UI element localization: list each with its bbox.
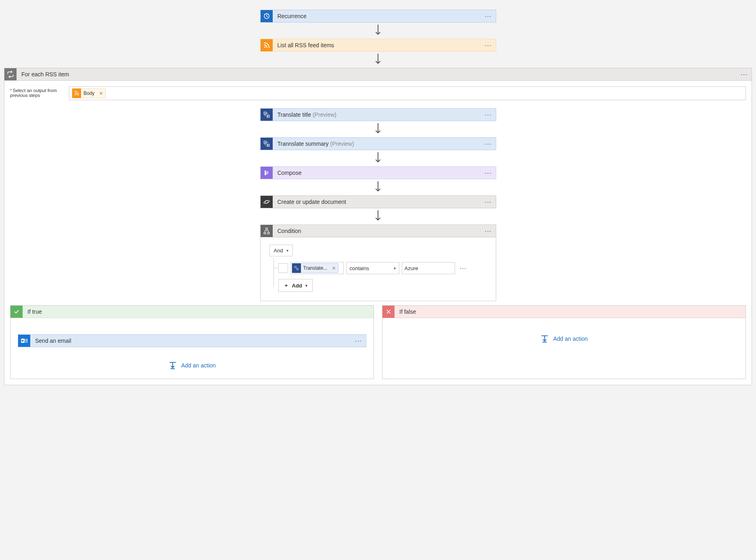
condition-branches: If true Send an email ··· [10, 305, 746, 379]
branch-true: If true Send an email ··· [10, 305, 374, 379]
condition-block: Condition ··· And ▾ [260, 224, 496, 301]
loop-icon [4, 68, 17, 80]
more-menu-icon[interactable]: ··· [481, 196, 496, 208]
rule-operator-text: contains [350, 265, 369, 271]
add-rule-button[interactable]: ＋ Add ▾ [278, 279, 313, 292]
tree-rail [269, 262, 278, 274]
step-translate-summary[interactable]: aあ Trannslate summary (Preview) ··· [260, 137, 496, 150]
more-menu-icon[interactable]: ··· [737, 68, 752, 80]
rule-row: Translate... ✕ contains ▾ [278, 262, 470, 274]
rule-row-wrap: Translate... ✕ contains ▾ [269, 262, 487, 274]
chevron-down-icon: ▾ [394, 266, 396, 271]
more-menu-icon[interactable]: ··· [481, 225, 496, 237]
step-title: Translate title (Preview) [273, 111, 481, 118]
more-menu-icon[interactable]: ··· [457, 265, 470, 271]
rule-checkbox[interactable] [278, 263, 288, 273]
step-title-text: Trannslate summary [278, 141, 329, 147]
svg-rect-18 [297, 268, 298, 270]
more-menu-icon[interactable]: ··· [481, 39, 496, 51]
output-label-text: Select an output from previous steps [10, 88, 57, 98]
step-title: Recurrence [273, 13, 481, 19]
svg-rect-20 [24, 339, 27, 342]
step-title: Send an email [30, 338, 351, 344]
token-text: Translate... [303, 265, 330, 271]
foreach-output-row: *Select an output from previous steps Bo… [10, 86, 746, 100]
step-title: List all RSS feed items [273, 42, 481, 48]
token-translate[interactable]: Translate... ✕ [292, 263, 339, 273]
add-rule-label: Add [292, 283, 302, 289]
remove-token-icon[interactable]: ✕ [330, 266, 338, 271]
foreach-header[interactable]: For each RSS item ··· [4, 68, 752, 81]
arrow-icon [375, 208, 381, 224]
svg-rect-17 [294, 266, 296, 268]
preview-suffix: (Preview) [330, 141, 354, 147]
more-menu-icon[interactable]: ··· [481, 167, 496, 179]
rule-wrap: Translate... ✕ contains ▾ [269, 262, 487, 292]
step-create-document[interactable]: Create or update document ··· [260, 195, 496, 208]
rule-add-row: ＋ Add ▾ [278, 279, 487, 292]
more-menu-icon[interactable]: ··· [351, 335, 366, 347]
plus-icon: ＋ [284, 282, 289, 289]
output-field[interactable]: Body ✕ [69, 86, 746, 100]
svg-text:あ: あ [267, 115, 269, 117]
step-rss[interactable]: List all RSS feed items ··· [260, 39, 496, 52]
step-title: For each RSS item [17, 71, 737, 78]
translate-icon [292, 263, 301, 273]
step-recurrence[interactable]: Recurrence ··· [260, 10, 496, 23]
svg-rect-14 [265, 228, 267, 230]
condition-header[interactable]: Condition ··· [261, 225, 496, 237]
translate-icon: aあ [261, 109, 273, 121]
chevron-down-icon: ▾ [305, 283, 307, 288]
cosmos-icon [261, 196, 273, 208]
arrow-icon [375, 150, 381, 166]
condition-body: And ▾ [261, 237, 496, 301]
foreach-body: *Select an output from previous steps Bo… [4, 81, 752, 385]
translate-icon: aあ [261, 138, 273, 150]
add-action-icon [168, 361, 177, 370]
preview-suffix: (Preview) [313, 111, 336, 118]
step-title-text: Translate title [278, 111, 311, 118]
check-icon [10, 306, 23, 318]
branch-false-header[interactable]: If false [382, 306, 746, 318]
compose-icon: {} [261, 167, 273, 179]
arrow-icon [375, 179, 381, 195]
rule-left-field[interactable]: Translate... ✕ [290, 262, 344, 274]
add-action-icon [540, 334, 549, 343]
add-action-button[interactable]: Add an action [168, 361, 216, 370]
required-marker: * [10, 88, 12, 93]
rss-icon [72, 88, 81, 98]
rss-icon [261, 39, 273, 51]
branch-true-body: Send an email ··· Add an action [10, 318, 374, 379]
add-action-label: Add an action [553, 336, 588, 342]
branch-true-header[interactable]: If true [10, 306, 374, 318]
rule-operator-select[interactable]: contains ▾ [346, 262, 399, 274]
step-title: Trannslate summary (Preview) [273, 141, 481, 147]
more-menu-icon[interactable]: ··· [481, 138, 496, 150]
chevron-down-icon: ▾ [286, 248, 288, 253]
foreach-container: For each RSS item ··· *Select an output … [4, 68, 752, 385]
flow-root: Recurrence ··· List all RSS feed items ·… [4, 10, 752, 385]
outlook-icon [18, 335, 30, 347]
branch-false-body: Add an action [382, 318, 746, 352]
rule-value-text: Azure [405, 265, 418, 271]
more-menu-icon[interactable]: ··· [481, 10, 496, 22]
step-send-email[interactable]: Send an email ··· [18, 334, 366, 347]
token-text: Body [84, 90, 97, 96]
clock-icon [261, 10, 273, 22]
token-body[interactable]: Body ✕ [72, 88, 106, 98]
svg-text:a: a [264, 112, 265, 114]
rule-value-field[interactable]: Azure [402, 262, 455, 274]
and-operator-select[interactable]: And ▾ [269, 245, 293, 256]
more-menu-icon[interactable]: ··· [481, 109, 496, 121]
step-title: Condition [273, 228, 481, 234]
add-action-button[interactable]: Add an action [540, 334, 588, 343]
output-label: *Select an output from previous steps [10, 86, 62, 100]
step-title: Create or update document [273, 199, 481, 205]
arrow-icon [375, 121, 381, 137]
step-translate-title[interactable]: aあ Translate title (Preview) ··· [260, 108, 496, 121]
svg-rect-15 [264, 233, 266, 234]
svg-text:a: a [264, 141, 265, 143]
remove-token-icon[interactable]: ✕ [97, 91, 105, 96]
step-compose[interactable]: {} Compose ··· [260, 166, 496, 179]
arrow-icon [375, 52, 381, 68]
